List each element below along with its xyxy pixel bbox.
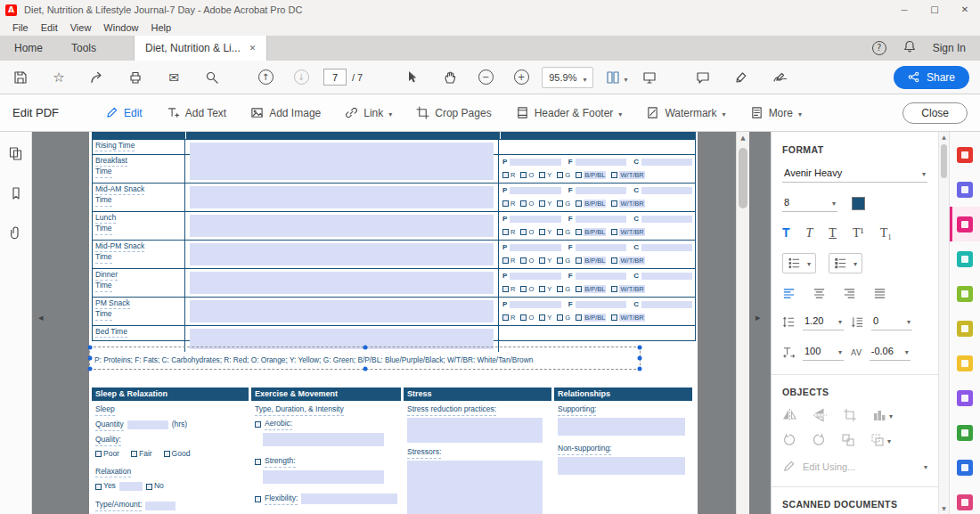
search-button[interactable]: [202, 67, 222, 88]
font-family-select[interactable]: Avenir Heavy: [782, 166, 927, 183]
menu-window[interactable]: Window: [97, 22, 144, 33]
pfc-entry-field[interactable]: [576, 216, 627, 223]
panel-scrollbar-thumb[interactable]: [941, 144, 947, 178]
combine-files-tool-button[interactable]: [950, 276, 980, 311]
link-button[interactable]: Link: [345, 106, 392, 119]
flip-vertical-button[interactable]: [813, 408, 828, 422]
sleep-quantity-field[interactable]: [127, 420, 168, 429]
menu-help[interactable]: Help: [144, 22, 177, 33]
food-color-checkbox[interactable]: [557, 257, 563, 264]
selection-handle[interactable]: [88, 346, 93, 350]
food-color-checkbox[interactable]: [502, 172, 509, 178]
more-tools-tool-button[interactable]: [950, 485, 980, 514]
quality-poor-checkbox[interactable]: [95, 451, 102, 457]
rotate-right-button[interactable]: [812, 433, 826, 447]
pfc-entry-field[interactable]: [576, 244, 627, 251]
food-color-checkbox[interactable]: [576, 229, 582, 235]
pfc-entry-field[interactable]: [510, 216, 560, 223]
food-color-checkbox[interactable]: [520, 314, 527, 321]
zoom-level-select[interactable]: 95.9%: [542, 67, 593, 88]
export-pdf-tool-button[interactable]: [950, 137, 980, 172]
food-color-checkbox[interactable]: [576, 286, 582, 292]
hand-tool-button[interactable]: [440, 67, 460, 88]
pfc-entry-field[interactable]: [510, 273, 560, 280]
relaxation-yes-checkbox[interactable]: [95, 484, 102, 490]
reading-mode-button[interactable]: [640, 67, 659, 88]
food-color-checkbox[interactable]: [611, 172, 617, 178]
food-color-checkbox[interactable]: [539, 286, 545, 292]
close-edit-mode-button[interactable]: Close: [902, 102, 968, 124]
bookmarks-button[interactable]: [9, 186, 23, 204]
zoom-in-button[interactable]: [511, 67, 531, 88]
scrollbar-thumb[interactable]: [739, 148, 747, 208]
food-color-checkbox[interactable]: [502, 229, 509, 235]
food-color-checkbox[interactable]: [520, 286, 527, 292]
compress-pdf-tool-button[interactable]: [950, 311, 980, 346]
page-display-button[interactable]: [606, 70, 627, 85]
menu-file[interactable]: File: [6, 22, 35, 33]
pfc-entry-field[interactable]: [576, 187, 627, 194]
flip-horizontal-button[interactable]: [782, 408, 797, 422]
pfc-entry-field[interactable]: [576, 273, 627, 280]
close-window-button[interactable]: [950, 0, 980, 20]
replace-object-button[interactable]: [841, 433, 855, 447]
character-spacing-select[interactable]: -0.06: [870, 344, 911, 361]
selection-handle[interactable]: [638, 346, 642, 350]
food-color-checkbox[interactable]: [557, 314, 563, 321]
more-button[interactable]: More: [750, 106, 802, 119]
food-color-checkbox[interactable]: [611, 229, 617, 235]
sign-in-button[interactable]: Sign In: [933, 42, 966, 54]
tab-tools[interactable]: Tools: [57, 36, 110, 61]
tab-home[interactable]: Home: [0, 36, 57, 61]
menu-view[interactable]: View: [64, 22, 98, 33]
selection-handle[interactable]: [88, 356, 93, 361]
crop-pages-button[interactable]: Crop Pages: [416, 106, 491, 119]
fill-sign-tool-button[interactable]: [950, 380, 980, 415]
comment-tool-button[interactable]: [950, 346, 980, 380]
protect-tool-button[interactable]: [950, 450, 980, 485]
pfc-entry-field[interactable]: [510, 159, 560, 166]
edit-using-button[interactable]: Edit Using...: [782, 460, 927, 473]
notifications-button[interactable]: [902, 39, 917, 57]
food-entry-field[interactable]: [190, 158, 494, 180]
crop-object-button[interactable]: [843, 408, 857, 422]
expand-right-panel-icon[interactable]: [755, 313, 761, 322]
panel-scroll-up-arrow[interactable]: [939, 132, 949, 143]
tab-document[interactable]: Diet, Nutrition & Li...: [134, 36, 267, 61]
food-color-checkbox[interactable]: [520, 172, 527, 178]
food-color-checkbox[interactable]: [502, 200, 509, 207]
favorite-button[interactable]: [49, 67, 69, 88]
food-entry-field[interactable]: [190, 272, 494, 294]
page-thumbnails-button[interactable]: [8, 146, 23, 165]
food-color-checkbox[interactable]: [611, 200, 617, 207]
pfc-entry-field[interactable]: [576, 159, 627, 166]
selection-handle[interactable]: [88, 367, 93, 371]
food-color-checkbox[interactable]: [576, 200, 582, 207]
bold-button[interactable]: [782, 226, 790, 239]
italic-button[interactable]: [806, 227, 813, 240]
food-color-checkbox[interactable]: [520, 200, 527, 207]
pfc-entry-field[interactable]: [510, 244, 560, 251]
food-color-checkbox[interactable]: [502, 314, 509, 321]
stress-practices-field[interactable]: [407, 418, 543, 443]
pfc-entry-field[interactable]: [576, 301, 627, 308]
pfc-entry-field[interactable]: [641, 301, 692, 308]
food-color-checkbox[interactable]: [539, 229, 545, 235]
menu-edit[interactable]: Edit: [35, 22, 64, 33]
selection-handle[interactable]: [363, 346, 367, 350]
minimize-button[interactable]: [889, 0, 919, 20]
create-pdf-tool-button[interactable]: [950, 241, 980, 276]
request-signatures-tool-button[interactable]: [950, 415, 980, 450]
aerobic-checkbox[interactable]: [255, 421, 261, 428]
food-color-checkbox[interactable]: [539, 257, 545, 264]
pfc-entry-field[interactable]: [641, 244, 692, 251]
watermark-button[interactable]: Watermark: [646, 106, 725, 119]
relaxation-type-field[interactable]: [145, 502, 176, 510]
edit-pdf-tool-button[interactable]: [950, 207, 980, 241]
share-link-button[interactable]: [87, 67, 107, 88]
food-color-checkbox[interactable]: [557, 286, 563, 292]
food-color-checkbox[interactable]: [576, 257, 582, 264]
subscript-button[interactable]: [880, 227, 892, 240]
font-size-select[interactable]: 8: [782, 195, 837, 212]
add-image-button[interactable]: Add Image: [250, 106, 321, 119]
